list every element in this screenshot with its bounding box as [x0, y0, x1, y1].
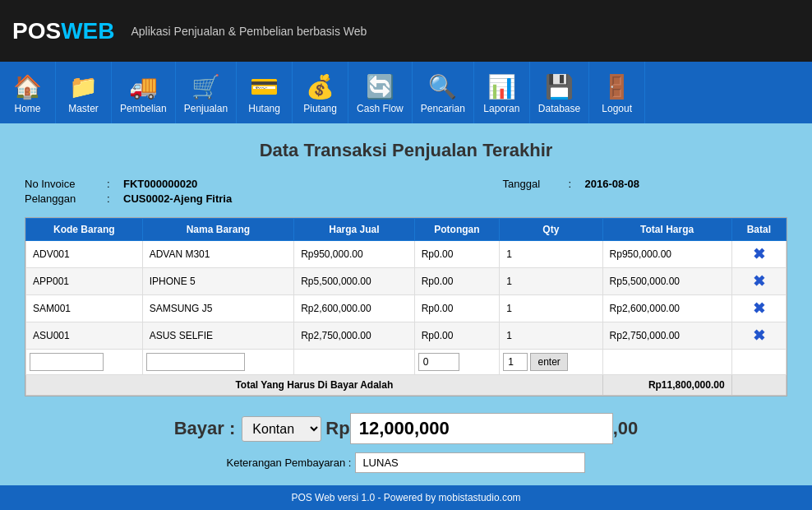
- piutang-icon: 💰: [305, 72, 336, 103]
- table-row: ADV001 ADVAN M301 Rp950,000.00 Rp0.00 1 …: [26, 241, 787, 268]
- table-row: SAM001 SAMSUNG J5 Rp2,600,000.00 Rp0.00 …: [26, 295, 787, 322]
- payment-amount-input[interactable]: [350, 413, 613, 444]
- payment-cents: ,00: [613, 418, 639, 439]
- total-label: Total Yang Harus Di Bayar Adalah: [26, 375, 603, 396]
- th-total: Total Harga: [602, 219, 731, 241]
- table-row: APP001 IPHONE 5 Rp5,500,000.00 Rp0.00 1 …: [26, 268, 787, 295]
- nav-home-label: Home: [14, 103, 40, 114]
- batal-3[interactable]: ✖: [731, 295, 786, 322]
- invoice-info-row: No Invoice : FKT000000020 Tanggal : 2016…: [25, 178, 787, 190]
- harga-3: Rp2,600,000.00: [294, 295, 415, 322]
- payment-type-select[interactable]: Kontan Transfer: [242, 416, 321, 442]
- input-kode-cell[interactable]: [26, 350, 143, 375]
- nav-logout[interactable]: 🚪 Logout: [589, 62, 645, 123]
- nav-laporan[interactable]: 📊 Laporan: [474, 62, 530, 123]
- header-tagline: Aplikasi Penjualan & Pembelian berbasis …: [131, 25, 367, 38]
- delete-icon-1[interactable]: ✖: [753, 246, 765, 262]
- potongan-4: Rp0.00: [414, 322, 499, 350]
- input-qty-cell[interactable]: enter: [500, 350, 602, 375]
- delete-icon-3[interactable]: ✖: [753, 300, 765, 317]
- input-row: enter: [26, 350, 787, 375]
- nav-pembelian[interactable]: 🚚 Pembelian: [112, 62, 176, 123]
- enter-button[interactable]: enter: [530, 353, 567, 371]
- nav-piutang[interactable]: 💰 Piutang: [293, 62, 348, 123]
- nav-master[interactable]: 📁 Master: [56, 62, 112, 123]
- logo-web: WEB: [61, 18, 114, 44]
- footer: POS Web versi 1.0 - Powered by mobistast…: [0, 485, 812, 510]
- kode-input[interactable]: [30, 353, 104, 371]
- nav-pembelian-label: Pembelian: [120, 103, 167, 114]
- th-qty: Qty: [500, 219, 602, 241]
- nav-pencarian[interactable]: 🔍 Pencarian: [413, 62, 474, 123]
- potongan-input[interactable]: [418, 353, 459, 371]
- th-harga: Harga Jual: [294, 219, 415, 241]
- tanggal-info: Tanggal : 2016-08-08: [503, 178, 640, 190]
- qty-4: 1: [500, 322, 602, 350]
- nav-database[interactable]: 💾 Database: [530, 62, 589, 123]
- nama-1: ADVAN M301: [142, 241, 294, 268]
- payment-row: Bayar : Kontan Transfer Rp ,00: [174, 413, 639, 444]
- keterangan-input[interactable]: [355, 452, 585, 473]
- batal-1[interactable]: ✖: [731, 241, 786, 268]
- nama-3: SAMSUNG J5: [142, 295, 294, 322]
- master-icon: 📁: [68, 72, 99, 103]
- app-header: POS WEB Aplikasi Penjualan & Pembelian b…: [0, 0, 812, 62]
- th-nama: Nama Barang: [142, 219, 294, 241]
- input-batal-cell: [731, 350, 786, 375]
- keterangan-label: Keterangan Pembayaran :: [227, 457, 352, 469]
- page-title: Data Transaksi Penjualan Terakhir: [25, 140, 787, 161]
- input-nama-cell[interactable]: [142, 350, 294, 375]
- navbar: 🏠 Home 📁 Master 🚚 Pembelian 🛒 Penjualan …: [0, 62, 812, 123]
- kode-1: ADV001: [26, 241, 143, 268]
- penjualan-icon: 🛒: [190, 72, 221, 103]
- kode-3: SAM001: [26, 295, 143, 322]
- harga-1: Rp950,000.00: [294, 241, 415, 268]
- database-icon: 💾: [544, 72, 575, 103]
- nav-pencarian-label: Pencarian: [421, 103, 465, 114]
- total-4: Rp2,750,000.00: [602, 322, 731, 350]
- nav-logout-label: Logout: [602, 103, 632, 114]
- nama-4: ASUS SELFIE: [142, 322, 294, 350]
- delete-icon-4[interactable]: ✖: [753, 327, 765, 344]
- qty-3: 1: [500, 295, 602, 322]
- logo: POS WEB: [12, 18, 114, 44]
- th-kode: Kode Barang: [26, 219, 143, 241]
- potongan-2: Rp0.00: [414, 268, 499, 295]
- batal-2[interactable]: ✖: [731, 268, 786, 295]
- kode-2: APP001: [26, 268, 143, 295]
- nav-hutang[interactable]: 💳 Hutang: [237, 62, 293, 123]
- tanggal-label: Tanggal: [503, 178, 569, 190]
- pelanggan-label: Pelanggan: [25, 192, 107, 205]
- harga-2: Rp5,500,000.00: [294, 268, 415, 295]
- harga-4: Rp2,750,000.00: [294, 322, 415, 350]
- pembelian-icon: 🚚: [127, 72, 159, 103]
- nav-cashflow-label: Cash Flow: [357, 103, 404, 114]
- sep1: :: [107, 178, 123, 190]
- qty-input[interactable]: [503, 353, 528, 371]
- potongan-1: Rp0.00: [414, 241, 499, 268]
- table-header-row: Kode Barang Nama Barang Harga Jual Poton…: [26, 219, 787, 241]
- total-2: Rp5,500,000.00: [602, 268, 731, 295]
- nav-penjualan-label: Penjualan: [184, 103, 228, 114]
- main-content: Data Transaksi Penjualan Terakhir No Inv…: [0, 123, 812, 510]
- laporan-icon: 📊: [486, 72, 517, 103]
- nama-input[interactable]: [146, 353, 245, 371]
- pencarian-icon: 🔍: [427, 72, 459, 103]
- nav-piutang-label: Piutang: [303, 103, 337, 114]
- hutang-icon: 💳: [249, 72, 280, 103]
- keterangan-row: Keterangan Pembayaran :: [227, 452, 586, 473]
- batal-4[interactable]: ✖: [731, 322, 786, 350]
- nav-penjualan[interactable]: 🛒 Penjualan: [176, 62, 237, 123]
- transaction-table: Kode Barang Nama Barang Harga Jual Poton…: [25, 217, 787, 396]
- total-batal-cell: [731, 375, 786, 396]
- nav-home[interactable]: 🏠 Home: [0, 62, 56, 123]
- no-invoice-value: FKT000000020: [123, 178, 197, 190]
- nav-hutang-label: Hutang: [248, 103, 280, 114]
- input-harga-cell: [294, 350, 415, 375]
- nav-cashflow[interactable]: 🔄 Cash Flow: [348, 62, 413, 123]
- total-3: Rp2,600,000.00: [602, 295, 731, 322]
- no-invoice-label: No Invoice: [25, 178, 107, 190]
- input-potongan-cell[interactable]: [414, 350, 499, 375]
- delete-icon-2[interactable]: ✖: [753, 273, 765, 290]
- input-total-cell: [602, 350, 731, 375]
